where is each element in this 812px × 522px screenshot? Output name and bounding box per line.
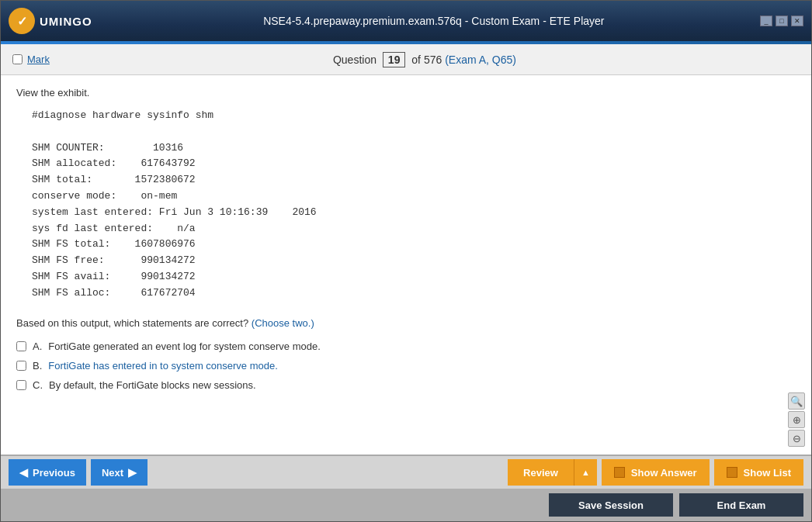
- option-c-text: By default, the FortiGate blocks new ses…: [49, 379, 256, 391]
- main-content: View the exhibit. #diagnose hardware sys…: [1, 75, 811, 455]
- close-button[interactable]: ✕: [791, 16, 803, 26]
- option-b: B. FortiGate has entered in to system co…: [16, 360, 796, 372]
- minimize-button[interactable]: _: [760, 16, 772, 26]
- option-b-text: FortiGate has entered in to system conse…: [48, 360, 278, 372]
- question-info: Question 19 of 576 (Exam A, Q65): [50, 52, 800, 67]
- options-list: A. FortiGate generated an event log for …: [16, 341, 796, 391]
- bottom-toolbar: ◀ Previous Next ▶ Review ▲ Show Answer S…: [1, 455, 811, 489]
- window-controls: _ □ ✕: [760, 16, 803, 26]
- end-exam-button[interactable]: End Exam: [679, 493, 803, 517]
- logo-circle: ✓: [9, 8, 35, 34]
- next-button[interactable]: Next ▶: [91, 459, 147, 486]
- option-a-text: FortiGate generated an event log for sys…: [48, 341, 320, 352]
- mark-checkbox-input[interactable]: [12, 54, 23, 64]
- next-label: Next: [102, 467, 123, 479]
- question-label: Question: [333, 54, 377, 66]
- option-a: A. FortiGate generated an event log for …: [16, 341, 796, 352]
- previous-button[interactable]: ◀ Previous: [9, 459, 86, 486]
- option-c-checkbox[interactable]: [16, 380, 26, 390]
- show-answer-label: Show Answer: [631, 467, 697, 479]
- of-text: of 576: [411, 54, 442, 66]
- zoom-controls: 🔍 ⊕ ⊖: [788, 392, 805, 447]
- option-b-checkbox[interactable]: [16, 361, 26, 371]
- zoom-search-button[interactable]: 🔍: [788, 392, 805, 410]
- option-c-label: C.: [33, 379, 43, 391]
- previous-label: Previous: [33, 467, 75, 479]
- previous-arrow-icon: ◀: [19, 466, 28, 479]
- zoom-in-button[interactable]: ⊕: [788, 411, 805, 428]
- review-dropdown-button[interactable]: ▲: [574, 459, 597, 486]
- option-a-label: A.: [33, 341, 42, 352]
- action-bar: Save Session End Exam: [1, 489, 811, 521]
- option-c: C. By default, the FortiGate blocks new …: [16, 379, 796, 391]
- show-list-label: Show List: [744, 467, 791, 479]
- question-number: 19: [383, 52, 406, 67]
- title-bar: ✓ UMINGO NSE4-5.4.prepaway.premium.exam.…: [1, 1, 811, 41]
- next-arrow-icon: ▶: [128, 466, 137, 479]
- maximize-button[interactable]: □: [776, 16, 788, 26]
- review-button[interactable]: Review: [508, 459, 574, 486]
- question-body: Based on this output, which statements a…: [16, 317, 248, 329]
- question-text: Based on this output, which statements a…: [16, 317, 796, 329]
- review-group: Review ▲: [508, 459, 597, 486]
- show-answer-button[interactable]: Show Answer: [602, 459, 710, 486]
- window-title: NSE4-5.4.prepaway.premium.exam.576q - Cu…: [108, 15, 760, 27]
- show-list-button[interactable]: Show List: [714, 459, 803, 486]
- app-window: ✓ UMINGO NSE4-5.4.prepaway.premium.exam.…: [0, 0, 812, 522]
- question-header: Mark Question 19 of 576 (Exam A, Q65): [1, 44, 811, 75]
- choose-hint: (Choose two.): [252, 317, 314, 329]
- mark-label[interactable]: Mark: [27, 54, 50, 65]
- exam-info: (Exam A, Q65): [445, 54, 516, 66]
- logo: ✓ UMINGO: [9, 8, 92, 34]
- save-session-button[interactable]: Save Session: [549, 493, 673, 517]
- logo-text: UMINGO: [40, 15, 92, 28]
- exhibit-text: View the exhibit.: [16, 87, 796, 99]
- show-list-icon: [727, 467, 737, 478]
- mark-checkbox-label[interactable]: Mark: [12, 54, 50, 65]
- option-a-checkbox[interactable]: [16, 341, 26, 351]
- code-block: #diagnose hardware sysinfo shm SHM COUNT…: [16, 108, 796, 302]
- option-b-label: B.: [33, 360, 42, 372]
- zoom-out-button[interactable]: ⊖: [788, 430, 805, 447]
- logo-check-icon: ✓: [17, 14, 27, 29]
- show-answer-icon: [614, 467, 625, 478]
